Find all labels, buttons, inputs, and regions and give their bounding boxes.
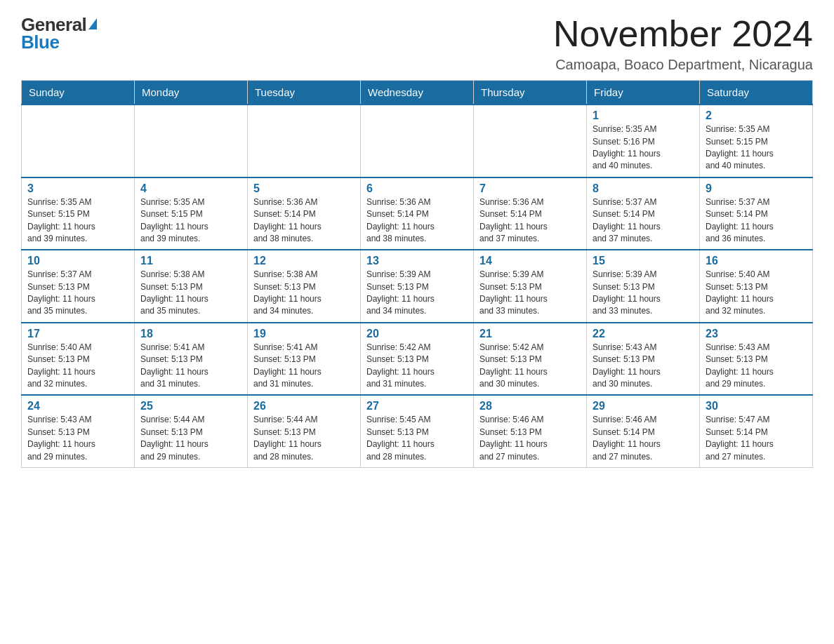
day-number: 4 (140, 182, 241, 195)
calendar-cell: 28Sunrise: 5:46 AM Sunset: 5:13 PM Dayli… (474, 395, 587, 467)
calendar-cell: 21Sunrise: 5:42 AM Sunset: 5:13 PM Dayli… (474, 323, 587, 396)
day-number: 21 (479, 328, 581, 340)
calendar-cell: 15Sunrise: 5:39 AM Sunset: 5:13 PM Dayli… (587, 250, 700, 323)
day-info: Sunrise: 5:35 AM Sunset: 5:16 PM Dayligh… (593, 123, 694, 173)
day-number: 9 (706, 182, 807, 195)
day-number: 30 (706, 400, 807, 412)
calendar-cell: 4Sunrise: 5:35 AM Sunset: 5:15 PM Daylig… (135, 177, 248, 250)
day-info: Sunrise: 5:39 AM Sunset: 5:13 PM Dayligh… (366, 269, 468, 318)
day-number: 2 (706, 109, 807, 122)
page-header: General Blue November 2024 Camoapa, Boac… (21, 14, 813, 73)
calendar-cell: 2Sunrise: 5:35 AM Sunset: 5:15 PM Daylig… (700, 105, 813, 177)
day-number: 6 (366, 182, 468, 195)
day-info: Sunrise: 5:41 AM Sunset: 5:13 PM Dayligh… (253, 342, 355, 391)
calendar-cell: 1Sunrise: 5:35 AM Sunset: 5:16 PM Daylig… (587, 105, 700, 177)
day-number: 18 (140, 328, 241, 340)
week-row-5: 24Sunrise: 5:43 AM Sunset: 5:13 PM Dayli… (22, 395, 813, 467)
calendar-cell: 27Sunrise: 5:45 AM Sunset: 5:13 PM Dayli… (361, 395, 474, 467)
day-number: 27 (366, 400, 468, 412)
day-info: Sunrise: 5:47 AM Sunset: 5:14 PM Dayligh… (706, 414, 807, 463)
logo-triangle-icon (88, 18, 97, 29)
calendar-cell: 9Sunrise: 5:37 AM Sunset: 5:14 PM Daylig… (700, 177, 813, 250)
day-info: Sunrise: 5:36 AM Sunset: 5:14 PM Dayligh… (366, 196, 468, 246)
calendar-cell (474, 105, 587, 177)
day-number: 12 (253, 255, 355, 267)
day-number: 1 (593, 109, 694, 122)
day-number: 14 (479, 255, 581, 267)
day-info: Sunrise: 5:38 AM Sunset: 5:13 PM Dayligh… (253, 269, 355, 318)
day-info: Sunrise: 5:44 AM Sunset: 5:13 PM Dayligh… (253, 414, 355, 463)
calendar-cell: 11Sunrise: 5:38 AM Sunset: 5:13 PM Dayli… (135, 250, 248, 323)
day-info: Sunrise: 5:43 AM Sunset: 5:13 PM Dayligh… (706, 342, 807, 391)
day-info: Sunrise: 5:37 AM Sunset: 5:13 PM Dayligh… (27, 269, 128, 318)
day-info: Sunrise: 5:40 AM Sunset: 5:13 PM Dayligh… (706, 269, 807, 318)
logo[interactable]: General Blue (21, 14, 97, 53)
day-number: 26 (253, 400, 355, 412)
day-info: Sunrise: 5:37 AM Sunset: 5:14 PM Dayligh… (706, 196, 807, 246)
day-number: 5 (253, 182, 355, 195)
day-number: 10 (27, 255, 128, 267)
title-block: November 2024 Camoapa, Boaco Department,… (553, 14, 813, 73)
day-number: 11 (140, 255, 241, 267)
calendar-cell: 5Sunrise: 5:36 AM Sunset: 5:14 PM Daylig… (248, 177, 361, 250)
day-number: 22 (593, 328, 694, 340)
calendar-cell: 30Sunrise: 5:47 AM Sunset: 5:14 PM Dayli… (700, 395, 813, 467)
calendar-cell: 14Sunrise: 5:39 AM Sunset: 5:13 PM Dayli… (474, 250, 587, 323)
location-title: Camoapa, Boaco Department, Nicaragua (553, 57, 813, 73)
day-info: Sunrise: 5:43 AM Sunset: 5:13 PM Dayligh… (593, 342, 694, 391)
day-info: Sunrise: 5:43 AM Sunset: 5:13 PM Dayligh… (27, 414, 128, 463)
day-info: Sunrise: 5:35 AM Sunset: 5:15 PM Dayligh… (140, 196, 241, 246)
day-number: 17 (27, 328, 128, 340)
day-info: Sunrise: 5:44 AM Sunset: 5:13 PM Dayligh… (140, 414, 241, 463)
day-number: 7 (479, 182, 581, 195)
day-number: 20 (366, 328, 468, 340)
calendar-cell: 29Sunrise: 5:46 AM Sunset: 5:14 PM Dayli… (587, 395, 700, 467)
day-number: 16 (706, 255, 807, 267)
col-saturday: Saturday (700, 81, 813, 105)
week-row-2: 3Sunrise: 5:35 AM Sunset: 5:15 PM Daylig… (22, 177, 813, 250)
col-thursday: Thursday (474, 81, 587, 105)
day-info: Sunrise: 5:39 AM Sunset: 5:13 PM Dayligh… (479, 269, 581, 318)
day-info: Sunrise: 5:38 AM Sunset: 5:13 PM Dayligh… (140, 269, 241, 318)
calendar-cell: 3Sunrise: 5:35 AM Sunset: 5:15 PM Daylig… (22, 177, 135, 250)
day-number: 15 (593, 255, 694, 267)
logo-blue-text: Blue (21, 32, 59, 53)
day-info: Sunrise: 5:46 AM Sunset: 5:14 PM Dayligh… (593, 414, 694, 463)
col-sunday: Sunday (22, 81, 135, 105)
day-info: Sunrise: 5:39 AM Sunset: 5:13 PM Dayligh… (593, 269, 694, 318)
calendar-cell: 22Sunrise: 5:43 AM Sunset: 5:13 PM Dayli… (587, 323, 700, 396)
day-info: Sunrise: 5:45 AM Sunset: 5:13 PM Dayligh… (366, 414, 468, 463)
week-row-3: 10Sunrise: 5:37 AM Sunset: 5:13 PM Dayli… (22, 250, 813, 323)
calendar-cell: 20Sunrise: 5:42 AM Sunset: 5:13 PM Dayli… (361, 323, 474, 396)
calendar-cell: 25Sunrise: 5:44 AM Sunset: 5:13 PM Dayli… (135, 395, 248, 467)
calendar-cell: 13Sunrise: 5:39 AM Sunset: 5:13 PM Dayli… (361, 250, 474, 323)
day-number: 24 (27, 400, 128, 412)
day-number: 3 (27, 182, 128, 195)
day-info: Sunrise: 5:35 AM Sunset: 5:15 PM Dayligh… (27, 196, 128, 246)
day-number: 8 (593, 182, 694, 195)
day-info: Sunrise: 5:37 AM Sunset: 5:14 PM Dayligh… (593, 196, 694, 246)
calendar-cell: 6Sunrise: 5:36 AM Sunset: 5:14 PM Daylig… (361, 177, 474, 250)
day-number: 25 (140, 400, 241, 412)
calendar-cell: 19Sunrise: 5:41 AM Sunset: 5:13 PM Dayli… (248, 323, 361, 396)
day-number: 23 (706, 328, 807, 340)
calendar-cell: 26Sunrise: 5:44 AM Sunset: 5:13 PM Dayli… (248, 395, 361, 467)
day-info: Sunrise: 5:35 AM Sunset: 5:15 PM Dayligh… (706, 123, 807, 173)
calendar-cell: 17Sunrise: 5:40 AM Sunset: 5:13 PM Dayli… (22, 323, 135, 396)
day-number: 29 (593, 400, 694, 412)
calendar-cell (361, 105, 474, 177)
calendar-cell: 8Sunrise: 5:37 AM Sunset: 5:14 PM Daylig… (587, 177, 700, 250)
day-info: Sunrise: 5:36 AM Sunset: 5:14 PM Dayligh… (253, 196, 355, 246)
month-title: November 2024 (553, 14, 813, 54)
calendar-cell: 12Sunrise: 5:38 AM Sunset: 5:13 PM Dayli… (248, 250, 361, 323)
week-row-4: 17Sunrise: 5:40 AM Sunset: 5:13 PM Dayli… (22, 323, 813, 396)
col-tuesday: Tuesday (248, 81, 361, 105)
calendar-cell: 16Sunrise: 5:40 AM Sunset: 5:13 PM Dayli… (700, 250, 813, 323)
day-info: Sunrise: 5:42 AM Sunset: 5:13 PM Dayligh… (479, 342, 581, 391)
col-wednesday: Wednesday (361, 81, 474, 105)
day-info: Sunrise: 5:46 AM Sunset: 5:13 PM Dayligh… (479, 414, 581, 463)
col-friday: Friday (587, 81, 700, 105)
calendar-cell: 10Sunrise: 5:37 AM Sunset: 5:13 PM Dayli… (22, 250, 135, 323)
day-info: Sunrise: 5:42 AM Sunset: 5:13 PM Dayligh… (366, 342, 468, 391)
day-number: 28 (479, 400, 581, 412)
